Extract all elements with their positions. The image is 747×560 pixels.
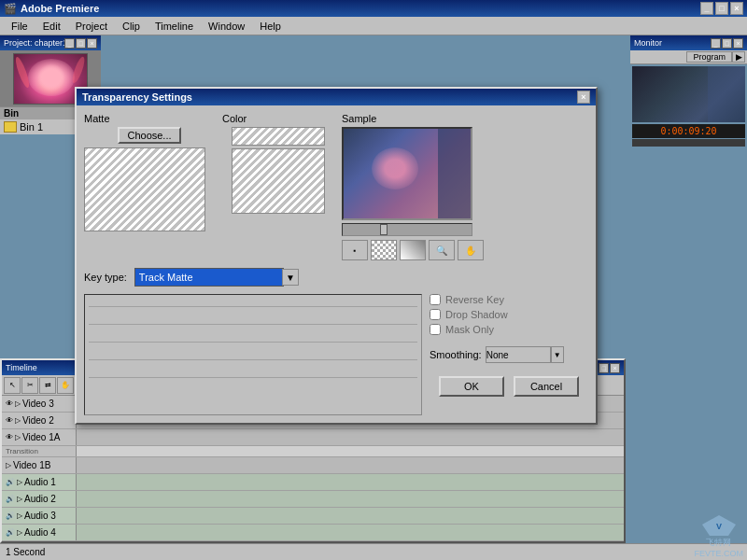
sample-btn-color[interactable] (400, 240, 426, 260)
color-swatch[interactable] (232, 127, 325, 146)
monitor-overlay (708, 66, 745, 122)
track-eye-video1a[interactable]: 👁 (6, 433, 13, 441)
menu-timeline[interactable]: Timeline (148, 19, 201, 34)
cancel-button[interactable]: Cancel (514, 376, 579, 397)
track-expand-audio2[interactable]: ▷ (17, 495, 22, 503)
sample-btn-bw[interactable]: ▪️ (342, 240, 368, 260)
menu-edit[interactable]: Edit (35, 19, 68, 34)
keytype-dropdown-arrow[interactable]: ▼ (282, 269, 299, 286)
track-row-transition: Transition (2, 446, 624, 457)
menu-window[interactable]: Window (201, 19, 252, 34)
monitor-close[interactable]: × (733, 38, 743, 49)
smoothing-label: Smoothing: (430, 349, 482, 360)
matte-preview (84, 147, 205, 231)
timecode-display: 0:00:09:20 (632, 124, 745, 138)
tl-tool-razor[interactable]: ✂ (21, 377, 38, 394)
track-eye-video2[interactable]: 👁 (6, 416, 13, 425)
track-label-audio3: 🔊 ▷ Audio 3 (2, 508, 77, 524)
mask-only-checkbox[interactable] (430, 324, 441, 335)
track-expand-video1b[interactable]: ▷ (6, 461, 11, 469)
sample-buttons: ▪️ 🔍 ✋ (342, 240, 588, 260)
track-content-audio3[interactable] (77, 508, 624, 524)
timescale-label: 1 Second (6, 547, 45, 557)
ok-button[interactable]: OK (439, 376, 504, 397)
project-maximize[interactable]: □ (76, 38, 86, 49)
tl-tool-slip[interactable]: ⇄ (39, 377, 56, 394)
sample-slider[interactable] (342, 223, 472, 236)
keytype-select[interactable]: NoneChromaRGB DifferenceLuminanceAlpha C… (134, 268, 284, 287)
track-expand-audio1[interactable]: ▷ (17, 478, 22, 486)
track-expand-audio3[interactable]: ▷ (17, 511, 22, 520)
timeline-title: Timeline (6, 363, 37, 372)
status-bar: 1 Second (0, 543, 747, 560)
menu-help[interactable]: Help (252, 19, 289, 34)
track-eye-video3[interactable]: 👁 (6, 399, 13, 408)
track-content-transition[interactable] (77, 446, 624, 456)
project-minimize[interactable]: _ (64, 38, 75, 49)
smoothing-row: Smoothing: None Low High ▼ (430, 346, 588, 363)
track-content-audio2[interactable] (77, 491, 624, 507)
dialog-close-button[interactable]: × (577, 91, 590, 104)
minimize-button[interactable]: _ (700, 2, 713, 15)
track-expand-video1a[interactable]: ▷ (15, 433, 21, 441)
monitor-scrollbar[interactable] (632, 139, 745, 147)
choose-button[interactable]: Choose... (118, 127, 180, 144)
keytype-row: Key type: NoneChromaRGB DifferenceLumina… (84, 268, 588, 287)
monitor-maximize[interactable]: □ (722, 38, 732, 49)
track-label-video1a: 👁 ▷ Video 1A (2, 429, 77, 445)
transparency-dialog: Transparency Settings × Matte Choose... … (75, 87, 598, 425)
drop-shadow-checkbox[interactable] (430, 309, 441, 320)
track-speaker-audio3[interactable]: 🔊 (6, 511, 15, 520)
svg-text:V: V (716, 522, 722, 531)
dialog-title: Transparency Settings (82, 91, 192, 103)
track-speaker-audio2[interactable]: 🔊 (6, 495, 15, 503)
smoothing-select[interactable]: None Low High (486, 346, 551, 363)
project-close[interactable]: × (87, 38, 97, 49)
monitor-minimize[interactable]: _ (711, 38, 721, 49)
reverse-key-checkbox[interactable] (430, 294, 441, 305)
smoothing-dropdown-arrow[interactable]: ▼ (551, 346, 564, 363)
track-content-audio4[interactable] (77, 525, 624, 540)
monitor-controls-btns: _ □ × (711, 38, 743, 49)
folder-icon (4, 121, 17, 133)
app-titlebar: 🎬 Adobe Premiere _ □ × (0, 0, 747, 17)
menu-file[interactable]: File (4, 19, 35, 34)
track-expand-video3[interactable]: ▷ (15, 399, 21, 408)
menu-clip[interactable]: Clip (115, 19, 148, 34)
tl-tool-select[interactable]: ↖ (4, 377, 21, 394)
track-speaker-audio4[interactable]: 🔊 (6, 528, 15, 537)
tl-tool-hand[interactable]: ✋ (57, 377, 74, 394)
sample-btn-checker[interactable] (371, 240, 397, 260)
close-button[interactable]: × (730, 2, 743, 15)
monitor-title: Monitor (634, 38, 662, 48)
track-expand-video2[interactable]: ▷ (15, 416, 21, 425)
track-name-audio1: Audio 1 (24, 477, 56, 487)
track-row-audio4: 🔊 ▷ Audio 4 (2, 525, 624, 541)
drop-shadow-row: Drop Shadow (430, 309, 588, 320)
track-row-audio1: 🔊 ▷ Audio 1 (2, 474, 624, 491)
track-content-video1b[interactable] (77, 457, 624, 473)
sample-btn-zoom[interactable]: 🔍 (429, 240, 455, 260)
preview-content (85, 295, 421, 399)
project-titlebar: Project: chapter11.ppj _ □ × (0, 35, 101, 50)
track-name-audio4: Audio 4 (24, 527, 56, 538)
maximize-button[interactable]: □ (715, 2, 728, 15)
track-expand-audio4[interactable]: ▷ (17, 528, 22, 537)
sample-btn-hand[interactable]: ✋ (458, 240, 484, 260)
menubar: File Edit Project Clip Timeline Window H… (0, 17, 747, 35)
track-row-audio3: 🔊 ▷ Audio 3 (2, 508, 624, 525)
track-name-video1b: Video 1B (13, 460, 50, 470)
svg-marker-0 (702, 515, 736, 536)
smoothing-select-container: None Low High ▼ (486, 346, 564, 363)
track-speaker-audio1[interactable]: 🔊 (6, 478, 15, 486)
track-content-audio1[interactable] (77, 474, 624, 490)
timeline-close[interactable]: × (610, 363, 620, 373)
monitor-scroll-right[interactable]: ▶ (732, 51, 745, 63)
timeline-maximize[interactable]: □ (599, 363, 609, 373)
dialog-body: Matte Choose... Color Sample (77, 105, 596, 423)
tab-program[interactable]: Program (686, 51, 732, 63)
sample-slider-thumb (380, 224, 388, 235)
color-label: Color (222, 113, 334, 124)
menu-project[interactable]: Project (68, 19, 115, 34)
track-content-video1a[interactable] (77, 429, 624, 445)
